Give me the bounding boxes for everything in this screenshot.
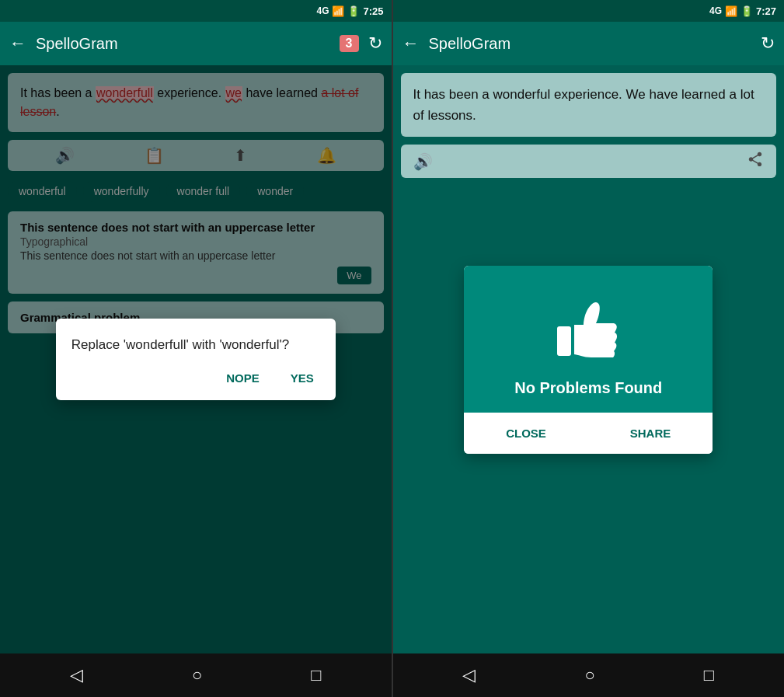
dialog-actions: NOPE YES [71,368,320,394]
left-battery-icon: 🔋 [347,5,360,17]
left-nav-recent[interactable]: □ [311,665,321,685]
left-nav-back[interactable]: ◁ [70,665,83,685]
right-battery-icon: 🔋 [740,5,753,17]
right-nav-back[interactable]: ◁ [462,665,476,685]
right-status-icons: 4G 📶 🔋 7:27 [709,5,776,17]
right-refresh-button[interactable]: ↻ [761,33,775,54]
left-app-title: SpelloGram [36,35,330,53]
success-top: No Problems Found [464,266,713,413]
share-button[interactable]: SHARE [618,423,684,443]
left-back-button[interactable]: ← [9,33,26,54]
right-nav-home[interactable]: ○ [584,665,594,685]
left-content-area: It has been a wonderfull experience. we … [0,65,392,653]
right-back-button[interactable]: ← [402,33,420,54]
right-content-area: It has been a wonderful experience. We h… [393,65,785,653]
left-error-badge: 3 [340,35,359,52]
dialog-message: Replace 'wonderfull' with 'wonderful'? [71,337,320,353]
right-nav-recent[interactable]: □ [704,665,714,685]
nope-button[interactable]: NOPE [220,368,266,388]
right-signal-bars: 📶 [725,5,737,17]
left-status-icons: 4G 📶 🔋 7:25 [316,5,383,17]
left-dialog-overlay: Replace 'wonderfull' with 'wonderful'? N… [0,65,392,653]
thumbs-up-icon [549,289,627,367]
left-signal-bars: 📶 [332,5,344,17]
left-refresh-button[interactable]: ↻ [368,33,382,54]
replace-dialog: Replace 'wonderfull' with 'wonderful'? N… [56,319,336,400]
success-dialog: No Problems Found CLOSE SHARE [464,266,713,454]
right-bottom-nav: ◁ ○ □ [393,653,785,697]
left-time: 7:25 [363,5,383,17]
close-button[interactable]: CLOSE [493,423,559,443]
success-message: No Problems Found [514,379,662,397]
right-app-bar: ← SpelloGram ↻ [393,22,785,65]
right-signal-icon: 4G [709,5,722,16]
yes-button[interactable]: YES [284,368,320,388]
right-panel: 4G 📶 🔋 7:27 ← SpelloGram ↻ It has been a… [393,0,785,697]
left-app-bar: ← SpelloGram 3 ↻ [0,22,392,65]
svg-rect-0 [557,326,571,356]
left-signal-icon: 4G [316,5,329,16]
left-nav-home[interactable]: ○ [192,665,202,685]
left-panel: 4G 📶 🔋 7:25 ← SpelloGram 3 ↻ It has been… [0,0,392,697]
right-success-overlay: No Problems Found CLOSE SHARE [393,65,785,653]
success-actions: CLOSE SHARE [464,413,713,454]
right-status-bar: 4G 📶 🔋 7:27 [393,0,785,22]
right-time: 7:27 [756,5,776,17]
left-status-bar: 4G 📶 🔋 7:25 [0,0,392,22]
left-bottom-nav: ◁ ○ □ [0,653,392,697]
right-app-title: SpelloGram [429,35,752,53]
